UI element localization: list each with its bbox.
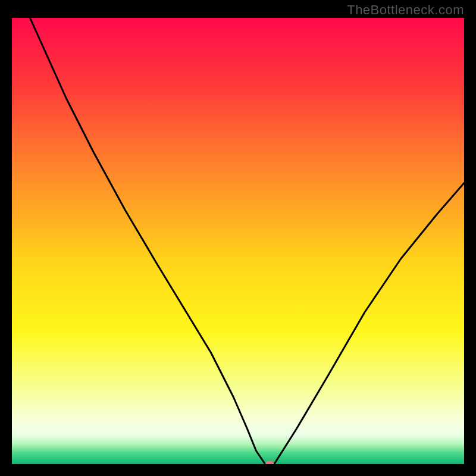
gradient-background [12, 18, 464, 464]
chart-frame: TheBottleneck.com [0, 0, 476, 476]
chart-plot-area [12, 18, 464, 464]
watermark-text: TheBottleneck.com [347, 2, 464, 18]
chart-svg [12, 18, 464, 464]
